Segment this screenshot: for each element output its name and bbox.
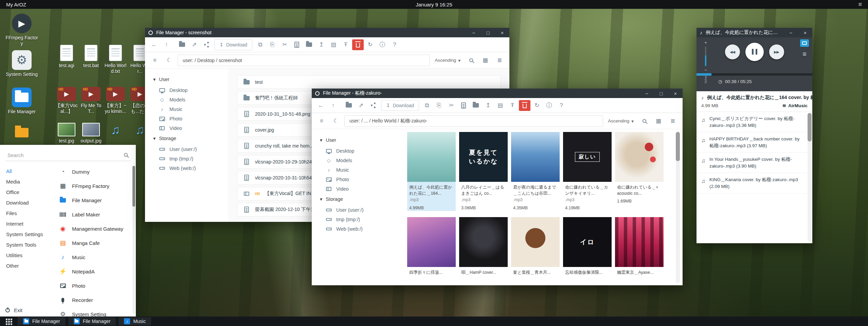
sidebar-item-models[interactable]: ◇Models: [320, 156, 395, 165]
up-button[interactable]: ↑: [327, 100, 339, 111]
file-tile[interactable]: 四季折々に揺蕩...: [407, 217, 456, 276]
grid-view-button[interactable]: ▦: [653, 116, 664, 127]
back-button[interactable]: ←: [315, 100, 327, 111]
sort-dropdown[interactable]: Ascending▾: [606, 118, 636, 124]
minimize-button[interactable]: −: [784, 28, 798, 37]
new-file-button[interactable]: [458, 100, 469, 111]
cut-button[interactable]: ✂: [446, 100, 457, 111]
scrollbar[interactable]: [676, 131, 680, 283]
app-recorder[interactable]: Recorder: [56, 293, 130, 307]
cast-button[interactable]: [800, 39, 809, 47]
open-button[interactable]: [176, 39, 188, 50]
up-button[interactable]: ↑: [161, 39, 172, 50]
app-file-manager[interactable]: File Manager: [56, 193, 130, 207]
search-input[interactable]: [5, 150, 130, 161]
seek-bar[interactable]: [697, 73, 812, 76]
info-button[interactable]: ⓘ: [543, 100, 555, 111]
sidebar-item-web-drive[interactable]: Web (web:/): [320, 224, 395, 234]
category-media[interactable]: Media: [0, 176, 54, 187]
sidebar-item-photo[interactable]: Photo: [153, 114, 228, 123]
playlist-item[interactable]: ♫In Your Hands＿yusukeP cover. by 柘榴-zaku…: [697, 153, 812, 173]
maximize-button[interactable]: □: [654, 89, 668, 98]
desktop-icon-file[interactable]: test.agi: [55, 45, 78, 69]
playlist-item[interactable]: ♫HAPPY BIRTHDAY＿back number cover. by 柘榴…: [697, 132, 812, 153]
sidebar-section-storage[interactable]: ▾Storage: [320, 196, 395, 202]
desktop-icon-video[interactable]: HD▶ 【東方Vocal...】: [55, 87, 78, 114]
sidebar-item-desktop[interactable]: Desktop: [320, 146, 395, 156]
sidebar-item-tmp-drive[interactable]: tmp (tmp:/): [320, 215, 395, 224]
archive-button[interactable]: ▤: [494, 100, 506, 111]
desktop-icon-file[interactable]: test.bat: [79, 45, 103, 69]
desktop-icon-image[interactable]: test.jpg: [55, 123, 78, 144]
list-view-button[interactable]: ≣: [494, 55, 505, 66]
open-new-window-button[interactable]: ⇗: [355, 100, 367, 111]
download-button[interactable]: ↧Download: [381, 100, 419, 111]
desktop-icon-video[interactable]: HD▶ 【東方】~yu kimin...: [104, 87, 127, 114]
sidebar-section-user[interactable]: ▾User: [153, 77, 228, 82]
sidebar-item-music[interactable]: ♪Music: [320, 165, 395, 175]
playlist-item[interactable]: ♫KING＿Kanaria cover. by 柘榴-zakuro-.mp3 (…: [697, 173, 812, 193]
title-bar[interactable]: File Manager - 柘榴-zakuro- − □ ×: [312, 89, 683, 98]
app-management-gateway[interactable]: ◉Management Gateway: [56, 222, 130, 236]
file-tile[interactable]: 君が夜の海に還るまで＿こんにちは谷田....mp34.35MB: [511, 132, 560, 211]
app-manga-cafe[interactable]: ▤Manga Cafe: [56, 236, 130, 250]
topbar-menu-button[interactable]: ≡: [858, 1, 862, 8]
app-dummy[interactable]: ◔Dummy: [56, 165, 130, 179]
close-button[interactable]: ×: [798, 28, 812, 37]
desktop-icon-video[interactable]: HD▶ Fly Me To T...: [79, 87, 103, 114]
file-tile[interactable]: 命に嫌われている＿+ acoustic co...1.69MB: [615, 132, 664, 211]
taskbar-item-music[interactable]: ♪ Music: [119, 317, 151, 325]
category-other[interactable]: Other: [0, 261, 54, 271]
file-tile[interactable]: 唄＿HamP cover...: [459, 217, 508, 276]
grid-view-button[interactable]: ▦: [480, 55, 491, 66]
app-photo[interactable]: Photo: [56, 279, 130, 293]
desktop-icon-ffmpeg-factory[interactable]: ▶ FFmpeg Factory: [5, 14, 38, 46]
desktop-icon-file[interactable]: Hello World.txt: [104, 45, 127, 74]
new-folder-button[interactable]: [470, 100, 482, 111]
category-utilities[interactable]: Utilities: [0, 250, 54, 261]
info-button[interactable]: ⓘ: [377, 39, 388, 50]
file-tile-selected[interactable]: 例えば、今此処に置かれた花に＿164....mp34.99MB: [407, 132, 456, 211]
back-button[interactable]: ←: [148, 39, 160, 50]
sidebar-item-web-drive[interactable]: Web (web:/): [153, 164, 228, 173]
dark-mode-button[interactable]: ☾: [163, 55, 175, 66]
file-tile[interactable]: 寂しい 命に嫌われている＿カンザキイオリ....mp34.19MB: [563, 132, 612, 211]
open-new-window-button[interactable]: ⇗: [188, 39, 200, 50]
app-notepada[interactable]: ⚡NotepadA: [56, 264, 130, 279]
new-folder-button[interactable]: [303, 39, 315, 50]
refresh-button[interactable]: ↻: [364, 39, 376, 50]
category-system-tools[interactable]: System Tools: [0, 239, 54, 250]
category-download[interactable]: Download: [0, 197, 54, 208]
sidebar-item-tmp-drive[interactable]: tmp (tmp:/): [153, 154, 228, 164]
help-button[interactable]: ?: [389, 39, 400, 50]
share-button[interactable]: [201, 39, 212, 50]
desktop-icon-audio[interactable]: ♫: [104, 123, 127, 139]
title-bar[interactable]: ♪ 例えば、今此処に置かれた花に＿164 c... − ×: [697, 28, 812, 37]
cut-button[interactable]: ✂: [279, 39, 290, 50]
category-internet[interactable]: Internet: [0, 218, 54, 229]
player-menu-button[interactable]: ≡: [802, 50, 807, 58]
pause-button[interactable]: [745, 43, 764, 61]
minimize-button[interactable]: −: [467, 28, 481, 37]
category-all[interactable]: All: [0, 166, 54, 176]
new-file-button[interactable]: [291, 39, 303, 50]
next-track-button[interactable]: ▶▶: [769, 44, 784, 59]
dark-mode-button[interactable]: ☾: [330, 116, 342, 127]
sidebar-item-video[interactable]: Video: [153, 123, 228, 133]
category-system-settings[interactable]: System Settings: [0, 229, 54, 239]
copy-button[interactable]: ⧉: [421, 100, 433, 111]
sidebar-item-desktop[interactable]: Desktop: [153, 85, 228, 95]
previous-track-button[interactable]: ◀◀: [725, 44, 740, 59]
search-button[interactable]: [638, 116, 650, 127]
app-music[interactable]: ♪Music: [56, 250, 130, 264]
minimize-button[interactable]: −: [640, 89, 654, 98]
taskbar-item-file-manager-2[interactable]: File Manager: [68, 317, 116, 325]
start-button[interactable]: [3, 317, 15, 326]
exit-button[interactable]: Exit: [5, 307, 22, 313]
file-tile[interactable]: 菫と葉桜＿青木月...: [511, 217, 560, 276]
airmusic-badge[interactable]: ≋AirMusic: [782, 103, 808, 108]
maximize-button[interactable]: □: [481, 28, 495, 37]
search-button[interactable]: [465, 55, 477, 66]
upload-button[interactable]: ↥: [482, 100, 494, 111]
path-input[interactable]: user: / ... / Hello World / 柘榴-zakuro-: [344, 115, 603, 127]
